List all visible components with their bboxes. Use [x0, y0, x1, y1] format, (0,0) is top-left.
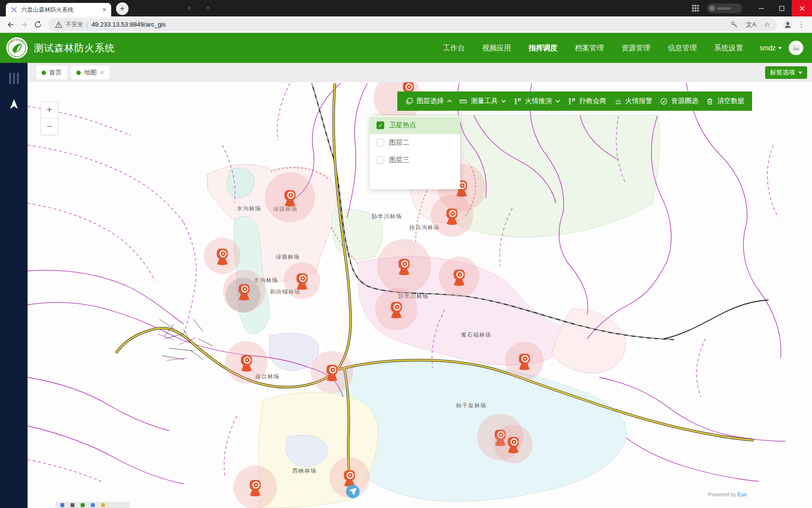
password-key-icon[interactable] — [730, 21, 738, 29]
page-tab-label: 地图 — [84, 68, 97, 77]
camera-marker-icon[interactable] — [241, 355, 252, 372]
map-tool-label: 火情报警 — [625, 97, 652, 105]
layer-option-卫星热点[interactable]: ✓卫星热点 — [370, 117, 460, 134]
tab-options-label: 标签选项 — [770, 68, 795, 77]
taskbar-icon[interactable] — [60, 503, 64, 507]
forest-farm-label: 秋千架林场 — [456, 403, 487, 408]
taskbar-icon[interactable] — [101, 503, 105, 507]
user-menu[interactable]: smdz — [760, 44, 782, 52]
layer-option-label: 卫星热点 — [389, 121, 416, 130]
consult-icon — [567, 97, 576, 105]
camera-marker-icon[interactable] — [508, 437, 519, 453]
checkbox-icon[interactable]: ✓ — [377, 121, 384, 129]
camera-marker-icon[interactable] — [447, 209, 458, 225]
camera-marker-icon[interactable] — [285, 190, 296, 207]
forward-button[interactable] — [17, 18, 31, 31]
camera-marker-icon[interactable] — [399, 259, 410, 275]
fire-drill-icon — [513, 97, 522, 105]
tab-options-button[interactable]: 标签选项 — [765, 66, 807, 79]
checkbox-icon[interactable] — [377, 156, 384, 164]
page-tab-bar: 首页地图× 标签选项 — [0, 63, 812, 82]
page-tab-地图[interactable]: 地图× — [71, 66, 109, 79]
nav-item-档案管理[interactable]: 档案管理 — [575, 44, 604, 53]
browser-menu-kebab-icon[interactable]: ⋮ — [795, 18, 808, 31]
chevron-down-icon — [555, 100, 560, 103]
app-header: 测试森林防火系统 工作台视频应用指挥调度档案管理资源管理信息管理系统设置 smd… — [0, 33, 812, 63]
taskbar-icon[interactable] — [91, 503, 95, 507]
taskbar-icon[interactable] — [81, 503, 85, 507]
window-maximize-button[interactable] — [771, 0, 792, 16]
map-tool-火情报警[interactable]: 火情报警 — [614, 97, 652, 105]
camera-marker-icon[interactable] — [297, 273, 308, 290]
bookmark-star-icon[interactable]: ☆ — [764, 21, 770, 28]
taskbar-icon[interactable] — [71, 503, 74, 507]
reload-button[interactable] — [31, 18, 44, 31]
collapsed-sidebar[interactable] — [0, 63, 28, 508]
camera-marker-icon[interactable] — [519, 354, 530, 370]
camera-marker-icon[interactable] — [391, 302, 402, 318]
tab-status-dot — [76, 71, 81, 75]
url-omnibox[interactable]: 不安全 | 49.233.13.53:8849/arc_gis 文A ☆ — [48, 18, 777, 31]
forest-farm-label: 卧羊川林场 — [372, 213, 402, 219]
camera-marker-icon[interactable] — [239, 284, 250, 300]
site-favicon — [11, 6, 17, 13]
tab-status-dot — [42, 71, 46, 75]
checkbox-icon[interactable] — [377, 139, 384, 147]
window-close-button[interactable] — [792, 0, 812, 16]
new-tab-button[interactable]: + — [116, 2, 129, 15]
attribution-text: Powered by — [708, 492, 738, 497]
navigation-arrow-icon[interactable] — [9, 99, 19, 109]
nav-item-工作台[interactable]: 工作台 — [443, 44, 465, 53]
zoom-out-button[interactable]: − — [41, 118, 58, 134]
sidebar-menu-bars-icon[interactable] — [9, 73, 19, 84]
chevron-down-icon — [778, 47, 782, 49]
map-tool-label: 扑救会商 — [579, 97, 606, 105]
camera-marker-icon[interactable] — [217, 249, 228, 265]
browser-tab[interactable]: 六盘山森林防火系统 × — [6, 3, 111, 16]
map-tool-资源圈选[interactable]: 资源圈选 — [660, 97, 698, 105]
tab-close-icon[interactable]: × — [100, 69, 104, 76]
map-tool-label: 资源圈选 — [671, 97, 698, 105]
app-title: 测试森林防火系统 — [34, 42, 115, 55]
map-tool-火情推演[interactable]: 火情推演 — [513, 97, 560, 105]
locate-button[interactable] — [346, 485, 360, 498]
taskbar-sliver — [56, 502, 130, 508]
camera-marker-icon[interactable] — [344, 470, 355, 487]
background-dot-icon: • — [207, 4, 209, 12]
browser-profile-avatar[interactable] — [781, 18, 795, 31]
user-avatar[interactable] — [789, 41, 803, 55]
browser-address-bar: 不安全 | 49.233.13.53:8849/arc_gis 文A ☆ ⋮ — [0, 16, 812, 33]
map-tool-label: 清空数据 — [717, 97, 744, 105]
camera-marker-icon[interactable] — [454, 269, 465, 286]
back-button[interactable] — [4, 18, 17, 31]
username: smdz — [760, 44, 776, 52]
nav-item-视频应用[interactable]: 视频应用 — [482, 44, 511, 53]
window-minimize-button[interactable] — [751, 0, 771, 16]
translate-icon[interactable]: 文A — [746, 21, 756, 28]
omnibox-divider: | — [87, 21, 88, 28]
zoom-in-button[interactable]: + — [41, 102, 58, 118]
map-canvas[interactable]: 水沟林场绿源林场卧羊川林场挂马沟林场绿塬林场水沟林场和尚铺林场卧羊川林场黄石福林… — [28, 82, 812, 508]
map-tool-label: 测量工具 — [471, 97, 498, 105]
profile-chip — [707, 3, 742, 13]
map-tool-测量工具[interactable]: 测量工具 — [459, 97, 506, 105]
nature-reserve-logo — [6, 37, 28, 59]
layer-option-图层二[interactable]: 图层二 — [370, 134, 460, 151]
nav-item-资源管理[interactable]: 资源管理 — [622, 44, 651, 53]
map-tool-清空数据[interactable]: 清空数据 — [706, 97, 744, 105]
nav-item-指挥调度[interactable]: 指挥调度 — [529, 44, 558, 53]
layer-dropdown: ✓卫星热点图层二图层三 — [370, 116, 460, 189]
main-nav: 工作台视频应用指挥调度档案管理资源管理信息管理系统设置 — [443, 44, 743, 53]
camera-marker-icon[interactable] — [250, 480, 261, 496]
tab-close-icon[interactable]: × — [102, 6, 106, 14]
camera-marker-icon[interactable] — [327, 365, 338, 381]
page-tab-首页[interactable]: 首页 — [36, 66, 67, 79]
chevron-up-icon — [447, 100, 452, 103]
map-tool-图层选择[interactable]: 图层选择 — [405, 97, 452, 105]
forest-farm-label: 绿塬林场 — [276, 254, 300, 260]
map-tool-label: 火情推演 — [525, 97, 552, 105]
map-tool-扑救会商[interactable]: 扑救会商 — [567, 97, 606, 105]
layer-option-图层三[interactable]: 图层三 — [370, 151, 460, 169]
nav-item-信息管理[interactable]: 信息管理 — [668, 44, 697, 53]
nav-item-系统设置[interactable]: 系统设置 — [714, 44, 743, 53]
